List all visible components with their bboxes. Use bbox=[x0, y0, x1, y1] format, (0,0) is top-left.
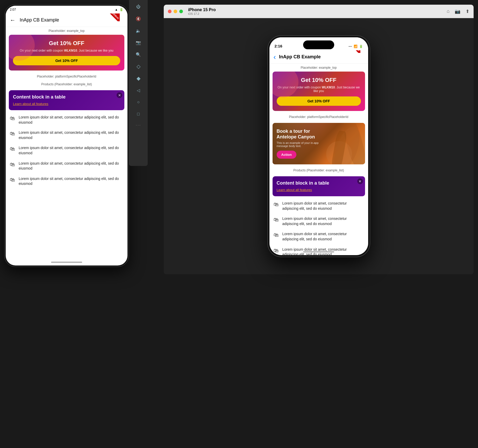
android-wifi-icon: ▲ bbox=[115, 8, 118, 11]
list-item: 🛍 Lorem ipsum dolor sit amet, consectetu… bbox=[269, 214, 368, 229]
ios-placeholder-top: Placeholder: example_top bbox=[269, 64, 368, 72]
list-item-text: Lorem ipsum dolor sit amet, consectetur … bbox=[19, 176, 123, 186]
android-home-indicator bbox=[51, 262, 82, 263]
ios-time: 2:16 bbox=[275, 44, 282, 48]
android-phone: 2:07 ▲ 🔋 DEBUG ← InApp CB Example Placeh… bbox=[5, 5, 129, 267]
window-maximize-button[interactable] bbox=[179, 10, 183, 13]
window-device-version: iOS 17.2 bbox=[188, 12, 216, 15]
volume-down-icon[interactable]: 🔈 bbox=[135, 27, 142, 34]
list-item: 🛍 Lorem ipsum dolor sit amet, consectetu… bbox=[269, 229, 368, 244]
window-title: iPhone 15 Pro iOS 17.2 bbox=[188, 8, 216, 15]
ios-app-title: InApp CB Example bbox=[279, 54, 321, 60]
window-minimize-button[interactable] bbox=[174, 10, 177, 13]
ios-canyon-overlay: Book a tour for Antelope Canyon This is … bbox=[273, 123, 323, 164]
ios-wifi-icon: 📶 bbox=[354, 45, 358, 48]
more-icon[interactable]: ··· bbox=[135, 122, 141, 128]
list-item-icon: 🛍 bbox=[274, 248, 279, 254]
ios-placeholder-platform: Placeholder: platformSpecificPlaceholder… bbox=[269, 113, 368, 121]
ios-placeholder-list: Products (Placeholder: example_list) bbox=[269, 166, 368, 174]
window-toolbar-icons: ⌂ 📷 ⬆ bbox=[447, 9, 469, 14]
ios-screen: DEBUG 2:16 ···· 📶 🔋 ‹ InApp CB Example bbox=[269, 37, 368, 255]
android-promo-button[interactable]: Get 10% OFF bbox=[13, 56, 120, 65]
camera-icon[interactable]: 📷 bbox=[135, 39, 142, 46]
android-promo-title: Get 10% OFF bbox=[13, 40, 120, 47]
ios-promo-button[interactable]: Get 10% OFF bbox=[277, 96, 361, 106]
android-debug-badge: DEBUG bbox=[109, 13, 120, 21]
ios-content-block: ✕ Content block in a table Learn about a… bbox=[273, 176, 365, 196]
android-placeholder-list: Products (Placeholder: example_list) bbox=[6, 80, 127, 88]
ios-canyon-title: Book a tour for Antelope Canyon bbox=[277, 129, 319, 140]
android-status-bar: 2:07 ▲ 🔋 bbox=[6, 6, 127, 13]
android-debug-badge-wrapper: DEBUG bbox=[104, 13, 120, 21]
list-item-icon: 🛍 bbox=[10, 177, 15, 183]
android-content-block-link[interactable]: Learn about all features bbox=[13, 102, 48, 106]
android-placeholder-platform: Placeholder: platformSpecificPlaceholder… bbox=[6, 73, 127, 80]
ios-battery-icon: 🔋 bbox=[359, 45, 363, 48]
android-battery-icon: 🔋 bbox=[119, 8, 123, 11]
list-item-icon: 🛍 bbox=[10, 146, 15, 152]
back-icon[interactable]: ◁ bbox=[135, 87, 142, 94]
ios-content-block-link[interactable]: Learn about all features bbox=[277, 188, 312, 192]
android-placeholder-top: Placeholder: example_top bbox=[6, 27, 127, 35]
android-screen: 2:07 ▲ 🔋 DEBUG ← InApp CB Example Placeh… bbox=[6, 6, 127, 265]
list-item-icon: 🛍 bbox=[274, 217, 279, 223]
list-item-text: Lorem ipsum dolor sit amet, consectetur … bbox=[19, 130, 123, 140]
android-time: 2:07 bbox=[10, 8, 16, 11]
android-promo-text: On your next order with coupon WLKM10. J… bbox=[13, 49, 120, 52]
android-back-button[interactable]: ← bbox=[10, 17, 16, 24]
zoom-icon[interactable]: 🔍 bbox=[135, 51, 142, 58]
ios-promo-text: On your next order with coupon WLKM10. J… bbox=[277, 86, 361, 93]
list-item-icon: 🛍 bbox=[10, 131, 15, 137]
list-item: 🛍 Lorem ipsum dolor sit amet, consectetu… bbox=[6, 128, 127, 143]
rotate-left-icon[interactable]: ◇ bbox=[135, 63, 142, 70]
list-item-text: Lorem ipsum dolor sit amet, consectetur … bbox=[282, 201, 364, 211]
window-home-icon[interactable]: ⌂ bbox=[447, 9, 450, 14]
list-item-text: Lorem ipsum dolor sit amet, consectetur … bbox=[19, 161, 123, 171]
list-item-icon: 🛍 bbox=[10, 115, 15, 121]
android-app-content[interactable]: Placeholder: example_top Get 10% OFF On … bbox=[6, 27, 127, 256]
ios-back-button[interactable]: ‹ bbox=[274, 53, 276, 61]
list-item: 🛍 Lorem ipsum dolor sit amet, consectetu… bbox=[6, 112, 127, 128]
list-item-icon: 🛍 bbox=[274, 201, 279, 207]
volume-off-icon[interactable]: 🔇 bbox=[135, 15, 142, 22]
ios-content-block-close[interactable]: ✕ bbox=[357, 178, 363, 184]
ios-dynamic-island bbox=[303, 40, 334, 49]
window-screenshot-icon[interactable]: 📷 bbox=[455, 9, 460, 14]
ios-canyon-body: This is an example of your in-app messag… bbox=[277, 141, 319, 148]
ios-status-icons: ···· 📶 🔋 bbox=[348, 45, 363, 48]
list-item-text: Lorem ipsum dolor sit amet, consectetur … bbox=[282, 232, 364, 242]
list-item-icon: 🛍 bbox=[10, 162, 15, 167]
list-item-text: Lorem ipsum dolor sit amet, consectetur … bbox=[19, 115, 123, 125]
list-item: 🛍 Lorem ipsum dolor sit amet, consectetu… bbox=[269, 244, 368, 255]
list-item-text: Lorem ipsum dolor sit amet, consectetur … bbox=[19, 145, 123, 156]
ios-phone: DEBUG 2:16 ···· 📶 🔋 ‹ InApp CB Example bbox=[268, 36, 370, 257]
list-item: 🛍 Lorem ipsum dolor sit amet, consectetu… bbox=[6, 143, 127, 158]
ios-app-content[interactable]: Placeholder: example_top Get 10% OFF On … bbox=[269, 64, 368, 255]
android-promo-banner: Get 10% OFF On your next order with coup… bbox=[9, 35, 124, 71]
home-icon[interactable]: ○ bbox=[135, 99, 142, 106]
ios-home-indicator bbox=[303, 251, 334, 253]
ios-canyon-action-button[interactable]: Action bbox=[277, 151, 296, 159]
window-share-icon[interactable]: ⬆ bbox=[466, 9, 469, 14]
list-item-text: Lorem ipsum dolor sit amet, consectetur … bbox=[282, 216, 364, 226]
power-icon[interactable]: ⏻ bbox=[135, 3, 142, 10]
ios-status-bar: 2:16 ···· 📶 🔋 bbox=[269, 37, 368, 50]
ios-promo-banner: Get 10% OFF On your next order with coup… bbox=[273, 72, 365, 111]
ios-signal-icon: ···· bbox=[348, 45, 352, 48]
ios-promo-title: Get 10% OFF bbox=[277, 77, 361, 83]
rotate-right-icon[interactable]: ◆ bbox=[135, 75, 142, 82]
list-item: 🛍 Lorem ipsum dolor sit amet, consectetu… bbox=[6, 174, 127, 189]
simulator-toolbar: ⏻ 🔇 🔈 📷 🔍 ◇ ◆ ◁ ○ □ ··· bbox=[129, 0, 148, 166]
list-item: 🛍 Lorem ipsum dolor sit amet, consectetu… bbox=[269, 198, 368, 214]
android-content-block: ✕ Content block in a table Learn about a… bbox=[9, 90, 124, 110]
list-item-icon: 🛍 bbox=[274, 232, 279, 238]
android-app-title: InApp CB Example bbox=[20, 17, 59, 23]
square-icon[interactable]: □ bbox=[135, 110, 142, 118]
list-item: 🛍 Lorem ipsum dolor sit amet, consectetu… bbox=[6, 158, 127, 174]
android-content-block-close[interactable]: ✕ bbox=[117, 92, 122, 98]
window-device-name: iPhone 15 Pro bbox=[188, 8, 216, 12]
window-close-button[interactable] bbox=[168, 10, 172, 13]
ios-canyon-block: Book a tour for Antelope Canyon This is … bbox=[273, 123, 365, 164]
ios-window: iPhone 15 Pro iOS 17.2 ⌂ 📷 ⬆ DEBUG 2:16 bbox=[164, 5, 474, 274]
ios-window-titlebar: iPhone 15 Pro iOS 17.2 ⌂ 📷 ⬆ bbox=[164, 5, 474, 18]
